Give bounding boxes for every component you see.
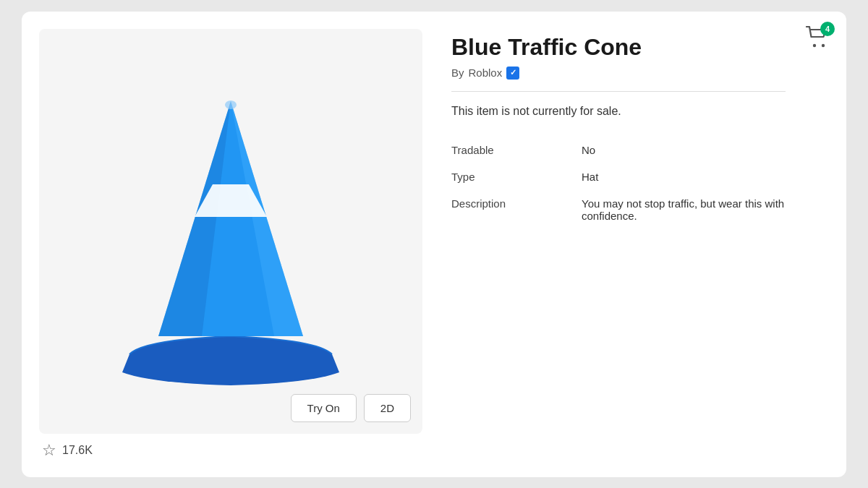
cart-badge: 4 xyxy=(820,22,835,36)
detail-row: TradableNo xyxy=(451,137,786,163)
item-title: Blue Traffic Cone xyxy=(451,33,786,61)
rating-count: 17.6K xyxy=(62,444,93,457)
right-panel: Blue Traffic Cone By Roblox ✓ This item … xyxy=(451,29,829,460)
detail-row: TypeHat xyxy=(451,163,786,190)
details-table: TradableNoTypeHatDescriptionYou may not … xyxy=(451,137,786,229)
divider xyxy=(451,91,786,92)
star-icon: ☆ xyxy=(42,441,56,460)
action-buttons: Try On 2D xyxy=(291,394,411,422)
detail-row: DescriptionYou may not stop traffic, but… xyxy=(451,190,786,229)
svg-point-1 xyxy=(822,43,825,46)
by-label: By xyxy=(451,67,464,79)
detail-value: You may not stop traffic, but wear this … xyxy=(582,190,786,229)
creator-row: By Roblox ✓ xyxy=(451,67,786,80)
detail-label: Type xyxy=(451,163,582,190)
cart-area: 4 xyxy=(806,26,829,53)
verified-icon: ✓ xyxy=(506,67,519,80)
try-on-button[interactable]: Try On xyxy=(291,394,357,422)
item-card: 4 xyxy=(22,12,846,477)
svg-point-0 xyxy=(813,43,816,46)
svg-point-3 xyxy=(225,100,237,109)
detail-label: Description xyxy=(451,190,582,229)
sale-status: This item is not currently for sale. xyxy=(451,105,786,118)
creator-name[interactable]: Roblox xyxy=(469,67,503,79)
item-image-container: Try On 2D xyxy=(39,29,422,434)
detail-label: Tradable xyxy=(451,137,582,163)
item-image xyxy=(108,72,354,390)
rating-row: ☆ 17.6K xyxy=(39,441,422,460)
page-wrapper: 4 xyxy=(0,0,868,488)
detail-value: No xyxy=(582,137,786,163)
2d-button[interactable]: 2D xyxy=(364,394,411,422)
cart-button[interactable]: 4 xyxy=(806,26,829,53)
detail-value: Hat xyxy=(582,163,786,190)
left-panel: Try On 2D ☆ 17.6K xyxy=(39,29,422,460)
